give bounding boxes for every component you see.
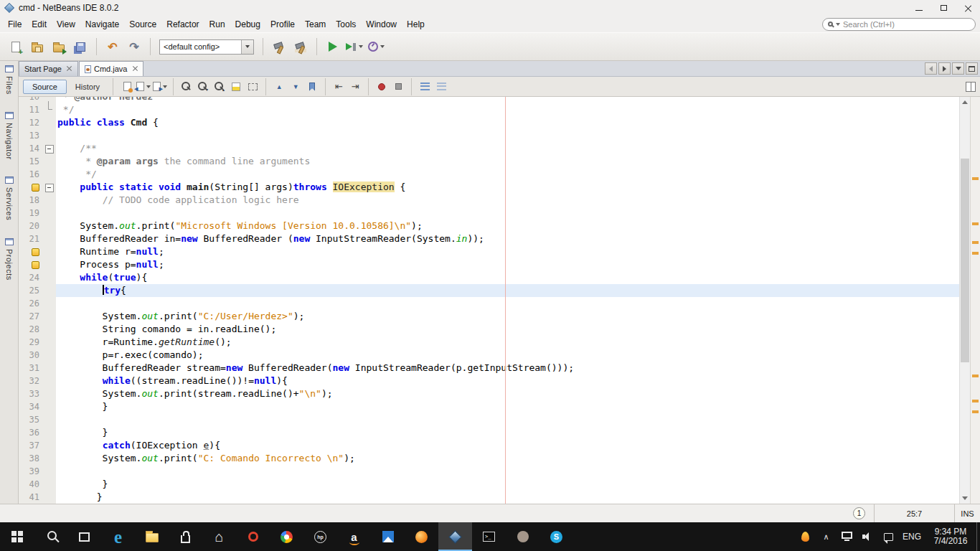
tray-chevron-up-button[interactable]: ∧ <box>816 522 837 551</box>
last-edited-button[interactable] <box>119 79 135 95</box>
maximize-window-button[interactable] <box>966 62 978 75</box>
menu-tools[interactable]: Tools <box>331 17 361 32</box>
hint-badge-icon[interactable] <box>32 261 39 269</box>
taskbar-firefox-button[interactable] <box>405 522 438 551</box>
taskbar-edge-button[interactable]: e <box>101 522 135 551</box>
fold-minus-icon[interactable] <box>43 181 56 194</box>
save-all-button[interactable] <box>70 37 90 57</box>
menu-view[interactable]: View <box>52 17 80 32</box>
clock[interactable]: 9:34 PM 7/4/2016 <box>928 527 974 546</box>
tab-start-page[interactable]: Start Page <box>19 61 78 76</box>
find-button[interactable] <box>179 79 194 95</box>
menu-team[interactable]: Team <box>300 17 331 32</box>
menu-help[interactable]: Help <box>402 17 430 32</box>
record-macro-button[interactable] <box>374 79 390 95</box>
taskbar-task-view-button[interactable] <box>67 522 101 551</box>
taskbar-chrome-button[interactable] <box>270 522 303 551</box>
scrollbar-thumb[interactable] <box>961 159 969 362</box>
menu-refactor[interactable]: Refactor <box>161 17 204 32</box>
sidebar-item-files[interactable]: Files <box>5 65 14 95</box>
history-view-button[interactable]: History <box>68 80 107 93</box>
minimize-button[interactable] <box>907 0 931 16</box>
menu-run[interactable]: Run <box>204 17 230 32</box>
source-view-button[interactable]: Source <box>23 80 67 94</box>
run-button[interactable] <box>323 37 343 57</box>
new-project-button[interactable] <box>27 37 47 57</box>
tray-flame-button[interactable] <box>795 522 816 551</box>
error-mark[interactable] <box>972 177 979 180</box>
scroll-right-button[interactable] <box>938 62 951 75</box>
stop-macro-button[interactable] <box>390 79 406 95</box>
build-button[interactable] <box>269 37 289 57</box>
taskbar-photos-button[interactable] <box>371 522 405 551</box>
shift-left-button[interactable]: ⇤ <box>331 79 347 95</box>
comment-button[interactable] <box>417 79 433 95</box>
forward-button[interactable] <box>152 79 168 95</box>
error-mark[interactable] <box>972 252 979 255</box>
toggle-highlight-button[interactable] <box>228 79 244 95</box>
menu-profile[interactable]: Profile <box>265 17 300 32</box>
scroll-left-button[interactable] <box>925 62 937 75</box>
quick-search[interactable]: Search (Ctrl+I) <box>822 18 976 31</box>
clean-build-button[interactable] <box>291 37 311 57</box>
notifications-button[interactable]: 1 <box>853 507 865 519</box>
menu-file[interactable]: File <box>3 17 27 32</box>
menu-edit[interactable]: Edit <box>27 17 52 32</box>
uncomment-button[interactable] <box>433 79 449 95</box>
close-icon[interactable] <box>132 66 138 72</box>
vertical-scrollbar[interactable] <box>959 97 970 504</box>
opened-documents-list-button[interactable] <box>952 62 964 75</box>
code-editor[interactable]: 10 * @author Herdez11 */12public class C… <box>19 97 959 504</box>
fold-end-icon[interactable] <box>43 103 56 116</box>
find-previous-button[interactable]: ▴ <box>212 79 227 95</box>
redo-button[interactable]: ↷ <box>124 37 144 57</box>
new-file-button[interactable] <box>6 37 26 57</box>
tray-network-button[interactable] <box>837 522 857 551</box>
sidebar-item-navigator[interactable]: Navigator <box>5 112 14 160</box>
taskbar-start-button[interactable] <box>0 522 34 551</box>
close-button[interactable] <box>956 0 980 16</box>
toggle-bookmark-button[interactable] <box>304 79 320 95</box>
tray-volume-button[interactable] <box>857 522 878 551</box>
config-combobox-button[interactable] <box>241 40 253 54</box>
scroll-down-button[interactable] <box>960 493 970 504</box>
undo-button[interactable]: ↶ <box>103 37 123 57</box>
debug-button[interactable] <box>344 37 364 57</box>
error-mark[interactable] <box>972 375 979 377</box>
taskbar-file-explorer-button[interactable] <box>135 522 169 551</box>
taskbar-hp-button[interactable]: hp <box>303 522 337 551</box>
fold-minus-icon[interactable] <box>43 142 56 155</box>
rectangular-selection-button[interactable] <box>245 79 260 95</box>
maximize-button[interactable] <box>931 0 956 16</box>
menu-navigate[interactable]: Navigate <box>80 17 124 32</box>
tab-cmd-java[interactable]: Cmd.java <box>79 61 143 76</box>
taskbar-home-button[interactable]: ⌂ <box>202 522 236 551</box>
taskbar-search-button[interactable] <box>34 522 67 551</box>
tray-action-center-button[interactable] <box>878 522 899 551</box>
taskbar-amazon-button[interactable]: a <box>337 522 371 551</box>
sidebar-item-projects[interactable]: Projects <box>5 238 14 281</box>
error-mark[interactable] <box>972 222 979 225</box>
open-project-button[interactable] <box>49 37 69 57</box>
config-combobox[interactable]: <default config> <box>159 39 254 55</box>
shift-right-button[interactable]: ⇥ <box>347 79 363 95</box>
taskbar-gimp-button[interactable] <box>506 522 540 551</box>
scroll-up-button[interactable] <box>960 97 970 108</box>
error-mark[interactable] <box>972 400 979 402</box>
profile-button[interactable] <box>366 37 386 57</box>
show-desktop-button[interactable] <box>976 522 980 551</box>
error-mark[interactable] <box>972 410 979 413</box>
previous-bookmark-button[interactable]: ▲ <box>271 79 287 95</box>
close-icon[interactable] <box>67 66 72 72</box>
language-indicator[interactable]: ENG <box>899 532 925 542</box>
taskbar-netbeans-button[interactable] <box>438 522 472 551</box>
hint-badge-icon[interactable] <box>32 248 39 256</box>
taskbar-opera-button[interactable] <box>236 522 270 551</box>
find-selection-button[interactable]: ▾ <box>195 79 211 95</box>
taskbar-skype-button[interactable]: S <box>540 522 573 551</box>
taskbar-cmd-button[interactable]: >_ <box>472 522 506 551</box>
back-button[interactable] <box>136 79 151 95</box>
menu-source[interactable]: Source <box>124 17 161 32</box>
taskbar-store-button[interactable] <box>169 522 202 551</box>
hint-badge-icon[interactable] <box>32 184 39 192</box>
